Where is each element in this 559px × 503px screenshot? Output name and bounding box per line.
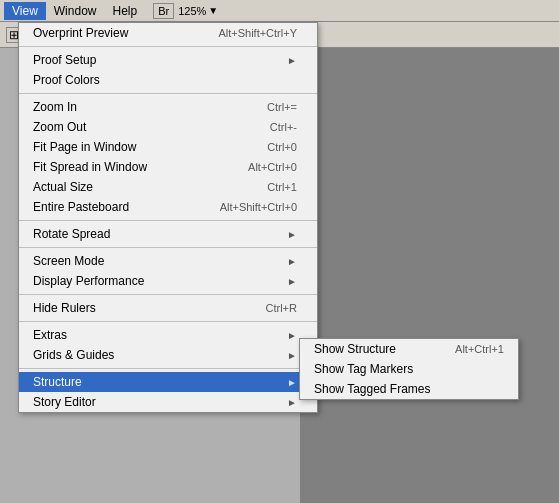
separator-after-proof (19, 93, 317, 94)
submenu-arrow: ► (287, 55, 297, 66)
menu-item-label: Hide Rulers (33, 301, 96, 315)
structure-submenu: Show Structure Alt+Ctrl+1 Show Tag Marke… (299, 338, 519, 400)
canvas-area (300, 48, 559, 503)
separator-after-rulers (19, 321, 317, 322)
menu-item-hide-rulers[interactable]: Hide Rulers Ctrl+R (19, 298, 317, 318)
view-dropdown-menu: Overprint Preview Alt+Shift+Ctrl+Y Proof… (18, 22, 318, 413)
menu-item-label: Screen Mode (33, 254, 104, 268)
menu-item-shortcut: Ctrl+0 (267, 141, 297, 153)
menu-item-shortcut: Ctrl+= (267, 101, 297, 113)
submenu-item-show-structure[interactable]: Show Structure Alt+Ctrl+1 (300, 339, 518, 359)
menu-item-zoom-in[interactable]: Zoom In Ctrl+= (19, 97, 317, 117)
menu-item-label: Proof Colors (33, 73, 100, 87)
zoom-display: 125% (178, 5, 206, 17)
menu-item-shortcut: Ctrl+R (266, 302, 297, 314)
menu-item-label: Structure (33, 375, 82, 389)
menu-item-shortcut: Ctrl+1 (267, 181, 297, 193)
menu-item-entire-pasteboard[interactable]: Entire Pasteboard Alt+Shift+Ctrl+0 (19, 197, 317, 217)
menu-item-label: Grids & Guides (33, 348, 114, 362)
menu-item-label: Overprint Preview (33, 26, 128, 40)
submenu-arrow: ► (287, 330, 297, 341)
menu-item-label: Entire Pasteboard (33, 200, 129, 214)
menu-item-display-performance[interactable]: Display Performance ► (19, 271, 317, 291)
separator-after-grids (19, 368, 317, 369)
separator-after-rotate (19, 247, 317, 248)
menu-item-extras[interactable]: Extras ► (19, 325, 317, 345)
menu-item-label: Story Editor (33, 395, 96, 409)
menu-item-label: Fit Page in Window (33, 140, 136, 154)
menu-item-actual-size[interactable]: Actual Size Ctrl+1 (19, 177, 317, 197)
menu-bar-help[interactable]: Help (104, 2, 145, 20)
menu-item-screen-mode[interactable]: Screen Mode ► (19, 251, 317, 271)
menu-item-fit-spread[interactable]: Fit Spread in Window Alt+Ctrl+0 (19, 157, 317, 177)
submenu-arrow: ► (287, 377, 297, 388)
menu-item-shortcut: Alt+Shift+Ctrl+0 (220, 201, 297, 213)
menu-bar-window[interactable]: Window (46, 2, 105, 20)
submenu-item-show-tag-markers[interactable]: Show Tag Markers (300, 359, 518, 379)
menu-item-grids-guides[interactable]: Grids & Guides ► (19, 345, 317, 365)
menu-item-label: Zoom In (33, 100, 77, 114)
menu-item-label: Fit Spread in Window (33, 160, 147, 174)
zoom-dropdown-arrow[interactable]: ▼ (208, 5, 218, 16)
br-button[interactable]: Br (153, 3, 174, 19)
submenu-item-shortcut: Alt+Ctrl+1 (455, 343, 504, 355)
menu-item-label: Proof Setup (33, 53, 96, 67)
submenu-item-label: Show Structure (314, 342, 396, 356)
menu-item-label: Zoom Out (33, 120, 86, 134)
separator-after-overprint (19, 46, 317, 47)
submenu-item-label: Show Tagged Frames (314, 382, 431, 396)
menu-bar: View Window Help Br 125% ▼ (0, 0, 559, 22)
menu-item-label: Extras (33, 328, 67, 342)
menu-item-proof-colors[interactable]: Proof Colors (19, 70, 317, 90)
menu-item-label: Display Performance (33, 274, 144, 288)
menu-item-rotate-spread[interactable]: Rotate Spread ► (19, 224, 317, 244)
menu-item-overprint-preview[interactable]: Overprint Preview Alt+Shift+Ctrl+Y (19, 23, 317, 43)
menu-item-proof-setup[interactable]: Proof Setup ► (19, 50, 317, 70)
submenu-arrow: ► (287, 229, 297, 240)
submenu-item-label: Show Tag Markers (314, 362, 413, 376)
separator-after-pasteboard (19, 220, 317, 221)
submenu-arrow: ► (287, 397, 297, 408)
menu-item-zoom-out[interactable]: Zoom Out Ctrl+- (19, 117, 317, 137)
separator-after-display (19, 294, 317, 295)
menu-item-shortcut: Alt+Shift+Ctrl+Y (218, 27, 297, 39)
menu-item-shortcut: Ctrl+- (270, 121, 297, 133)
submenu-arrow: ► (287, 350, 297, 361)
menu-item-story-editor[interactable]: Story Editor ► (19, 392, 317, 412)
menu-item-structure[interactable]: Structure ► (19, 372, 317, 392)
menu-item-label: Actual Size (33, 180, 93, 194)
menu-item-fit-page[interactable]: Fit Page in Window Ctrl+0 (19, 137, 317, 157)
submenu-item-show-tagged-frames[interactable]: Show Tagged Frames (300, 379, 518, 399)
menu-item-label: Rotate Spread (33, 227, 110, 241)
menu-item-shortcut: Alt+Ctrl+0 (248, 161, 297, 173)
submenu-arrow: ► (287, 276, 297, 287)
submenu-arrow: ► (287, 256, 297, 267)
menu-bar-view[interactable]: View (4, 2, 46, 20)
